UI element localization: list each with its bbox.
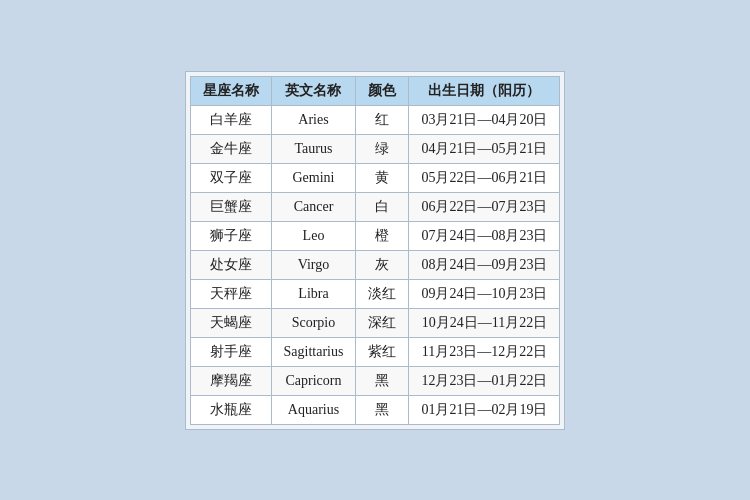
table-header-row: 星座名称 英文名称 颜色 出生日期（阳历） (190, 76, 560, 105)
table-cell: 12月23日—01月22日 (409, 366, 560, 395)
table-row: 巨蟹座Cancer白06月22日—07月23日 (190, 192, 560, 221)
table-cell: 07月24日—08月23日 (409, 221, 560, 250)
table-cell: Leo (271, 221, 356, 250)
table-cell: 淡红 (356, 279, 409, 308)
table-row: 天秤座Libra淡红09月24日—10月23日 (190, 279, 560, 308)
table-cell: 天蝎座 (190, 308, 271, 337)
table-cell: Aries (271, 105, 356, 134)
table-row: 白羊座Aries红03月21日—04月20日 (190, 105, 560, 134)
table-cell: 深红 (356, 308, 409, 337)
table-cell: 摩羯座 (190, 366, 271, 395)
table-cell: Aquarius (271, 395, 356, 424)
table-cell: Capricorn (271, 366, 356, 395)
table-cell: 绿 (356, 134, 409, 163)
table-cell: 08月24日—09月23日 (409, 250, 560, 279)
table-cell: 狮子座 (190, 221, 271, 250)
table-cell: Virgo (271, 250, 356, 279)
table-row: 天蝎座Scorpio深红10月24日—11月22日 (190, 308, 560, 337)
table-cell: Cancer (271, 192, 356, 221)
table-row: 射手座Sagittarius紫红11月23日—12月22日 (190, 337, 560, 366)
table-cell: Libra (271, 279, 356, 308)
table-row: 水瓶座Aquarius黑01月21日—02月19日 (190, 395, 560, 424)
table-cell: 双子座 (190, 163, 271, 192)
table-cell: 05月22日—06月21日 (409, 163, 560, 192)
table-cell: Taurus (271, 134, 356, 163)
table-cell: 射手座 (190, 337, 271, 366)
col-header-chinese: 星座名称 (190, 76, 271, 105)
table-cell: 水瓶座 (190, 395, 271, 424)
table-cell: 11月23日—12月22日 (409, 337, 560, 366)
table-cell: 01月21日—02月19日 (409, 395, 560, 424)
table-cell: 金牛座 (190, 134, 271, 163)
table-row: 双子座Gemini黄05月22日—06月21日 (190, 163, 560, 192)
col-header-english: 英文名称 (271, 76, 356, 105)
table-cell: 处女座 (190, 250, 271, 279)
table-row: 狮子座Leo橙07月24日—08月23日 (190, 221, 560, 250)
table-cell: 天秤座 (190, 279, 271, 308)
table-row: 摩羯座Capricorn黑12月23日—01月22日 (190, 366, 560, 395)
table-cell: 紫红 (356, 337, 409, 366)
table-cell: 黑 (356, 366, 409, 395)
table-row: 处女座Virgo灰08月24日—09月23日 (190, 250, 560, 279)
table-cell: 黑 (356, 395, 409, 424)
table-cell: 橙 (356, 221, 409, 250)
table-cell: Scorpio (271, 308, 356, 337)
table-cell: 黄 (356, 163, 409, 192)
table-row: 金牛座Taurus绿04月21日—05月21日 (190, 134, 560, 163)
table-cell: 04月21日—05月21日 (409, 134, 560, 163)
table-cell: 巨蟹座 (190, 192, 271, 221)
table-container: 星座名称 英文名称 颜色 出生日期（阳历） 白羊座Aries红03月21日—04… (185, 71, 566, 430)
table-cell: 红 (356, 105, 409, 134)
zodiac-table: 星座名称 英文名称 颜色 出生日期（阳历） 白羊座Aries红03月21日—04… (190, 76, 561, 425)
table-cell: 白 (356, 192, 409, 221)
table-cell: 03月21日—04月20日 (409, 105, 560, 134)
table-cell: Gemini (271, 163, 356, 192)
table-cell: 白羊座 (190, 105, 271, 134)
table-cell: 10月24日—11月22日 (409, 308, 560, 337)
table-cell: 06月22日—07月23日 (409, 192, 560, 221)
table-cell: 09月24日—10月23日 (409, 279, 560, 308)
col-header-date: 出生日期（阳历） (409, 76, 560, 105)
col-header-color: 颜色 (356, 76, 409, 105)
table-cell: 灰 (356, 250, 409, 279)
table-cell: Sagittarius (271, 337, 356, 366)
